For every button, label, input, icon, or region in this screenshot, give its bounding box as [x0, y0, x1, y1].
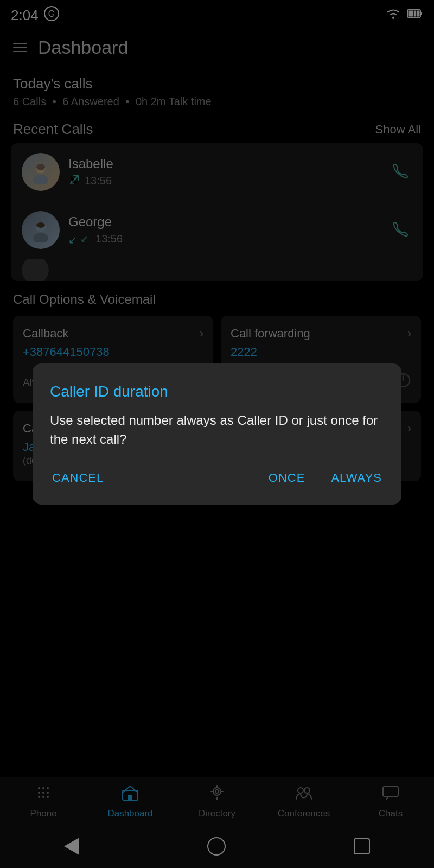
modal-body: Use selected number always as Caller ID … — [50, 411, 384, 449]
once-button[interactable]: ONCE — [266, 467, 308, 489]
modal-title: Caller ID duration — [50, 383, 384, 400]
modal-overlay: Caller ID duration Use selected number a… — [0, 0, 434, 868]
always-button[interactable]: ALWAYS — [329, 467, 384, 489]
caller-id-duration-modal: Caller ID duration Use selected number a… — [33, 363, 401, 505]
modal-actions: CANCEL ONCE ALWAYS — [50, 467, 384, 489]
cancel-button[interactable]: CANCEL — [50, 467, 106, 489]
